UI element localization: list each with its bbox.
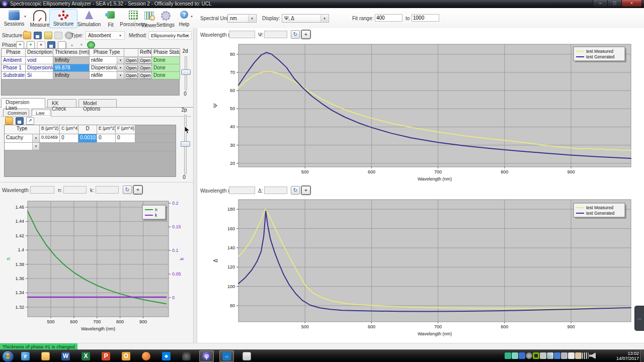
taskbar-dropbox[interactable]: ◆ bbox=[159, 350, 174, 362]
save-law-icon[interactable] bbox=[16, 117, 24, 125]
nk-chart[interactable]: 5006007008009001.461.441.421.41.381.361.… bbox=[0, 198, 194, 341]
help-button[interactable]: ? Help bbox=[175, 9, 194, 28]
title-bar[interactable]: φ Spectroscopic Ellipsometry Analyzer - … bbox=[0, 0, 644, 9]
structure-library-icon[interactable] bbox=[44, 32, 52, 39]
column-header[interactable]: E (µm^2) bbox=[97, 125, 116, 134]
app-tray-icon[interactable] bbox=[554, 352, 560, 359]
open-phase-button[interactable]: Open bbox=[125, 57, 138, 64]
chevron-down-icon[interactable]: ▼ bbox=[32, 143, 39, 150]
psi-wavelength-input[interactable] bbox=[229, 31, 255, 38]
taskbar-explorer[interactable] bbox=[38, 350, 53, 362]
taskbar-firefox[interactable] bbox=[139, 350, 153, 362]
nvidia-tray-icon[interactable] bbox=[533, 352, 539, 359]
column-header[interactable]: Phase Status bbox=[152, 49, 180, 57]
chevron-down-icon[interactable]: ▼ bbox=[184, 32, 191, 39]
law-c-cell[interactable]: 0 bbox=[60, 134, 78, 143]
open-phase-button[interactable]: Open bbox=[125, 72, 138, 79]
save-phase-icon[interactable] bbox=[47, 41, 55, 49]
sessions-button[interactable]: Sessions bbox=[1, 9, 27, 28]
flag-tray-icon[interactable] bbox=[568, 352, 575, 359]
law-type-select-empty[interactable]: ▼ bbox=[5, 143, 40, 150]
nk-wavelength-input[interactable] bbox=[30, 186, 54, 194]
taskbar-word[interactable]: W bbox=[58, 350, 73, 362]
refresh-nk-button[interactable]: ↻ bbox=[123, 186, 132, 194]
monitor-tray-icon[interactable] bbox=[561, 352, 568, 359]
column-header[interactable]: Type bbox=[5, 125, 40, 134]
spectral-unit-select[interactable]: nm▼ bbox=[227, 14, 257, 23]
chevron-down-icon[interactable]: ▼ bbox=[248, 15, 256, 22]
column-header[interactable]: F (µm^4) bbox=[116, 125, 135, 134]
panel-splitter[interactable] bbox=[193, 28, 197, 343]
open-refnk-button[interactable]: Open bbox=[139, 65, 152, 71]
pointer-tray-icon[interactable] bbox=[540, 352, 546, 359]
type-select[interactable]: Absorbent▼ bbox=[86, 31, 125, 40]
taskbar-sea-analyzer[interactable]: φ bbox=[199, 350, 214, 362]
column-header[interactable]: C (µm^4) bbox=[60, 125, 78, 134]
copy-phase-icon[interactable] bbox=[58, 41, 66, 49]
export-law-icon[interactable]: ↗ bbox=[26, 117, 34, 125]
help-dropdown-icon[interactable]: ▼ bbox=[190, 15, 193, 18]
close-button[interactable]: × bbox=[621, 0, 642, 7]
tab-model-options[interactable]: Model Options bbox=[78, 99, 117, 108]
open-refnk-button[interactable]: Open bbox=[139, 72, 152, 79]
fit-range-from-input[interactable] bbox=[375, 14, 403, 22]
open-law-icon[interactable] bbox=[5, 117, 13, 125]
thickness-cell[interactable]: Infinity bbox=[53, 57, 90, 64]
start-button[interactable] bbox=[2, 350, 14, 362]
add-phase-icon[interactable]: + bbox=[16, 41, 24, 49]
law-slider-thumb[interactable] bbox=[181, 141, 190, 147]
chevron-down-icon[interactable]: ▼ bbox=[320, 15, 328, 22]
simulation-button[interactable]: Simulation bbox=[73, 9, 105, 28]
teamviewer-side-tab[interactable]: ⇔ bbox=[634, 306, 644, 331]
phase-type-select[interactable]: Dispersionlaws▼ bbox=[90, 64, 124, 72]
taskbar-internet-explorer[interactable]: e bbox=[18, 350, 33, 362]
k-value-input[interactable] bbox=[96, 186, 119, 194]
phase-description-cell[interactable]: Si bbox=[26, 72, 53, 79]
display-select[interactable]: Ψ, Δ▼ bbox=[282, 14, 329, 23]
law-e-cell[interactable]: 0 bbox=[97, 134, 116, 143]
column-header[interactable]: Phase Type bbox=[90, 49, 124, 57]
status-tray-icon[interactable] bbox=[526, 352, 532, 359]
open-structure-icon[interactable] bbox=[23, 32, 31, 39]
add-nk-marker-button[interactable]: + bbox=[133, 186, 142, 194]
taskbar-teamviewer[interactable]: ⇔ bbox=[219, 350, 234, 362]
show-desktop-button[interactable] bbox=[640, 350, 644, 362]
taskbar-clock[interactable]: 13:02 14/07/2017 bbox=[604, 351, 639, 361]
law-f-cell[interactable]: 0 bbox=[116, 134, 135, 143]
delta-value-input[interactable] bbox=[264, 187, 287, 194]
phase-key-icon[interactable] bbox=[87, 41, 95, 49]
add-psi-marker-button[interactable]: + bbox=[301, 30, 310, 39]
signal-tray-icon[interactable] bbox=[582, 352, 589, 359]
insert-phase-icon[interactable]: + bbox=[27, 41, 35, 49]
phase-description-cell[interactable]: void bbox=[26, 57, 53, 64]
maximize-button[interactable]: □ bbox=[607, 0, 622, 7]
fit-range-to-input[interactable] bbox=[412, 14, 439, 22]
phase-slider-thumb[interactable] bbox=[181, 69, 191, 75]
chevron-down-icon[interactable]: ▼ bbox=[32, 134, 39, 142]
column-header[interactable]: Thickness (nm) bbox=[53, 49, 90, 57]
refresh-delta-button[interactable]: ↻ bbox=[291, 186, 300, 195]
taskbar-notes-app[interactable] bbox=[239, 350, 254, 362]
chevron-down-icon[interactable]: ▼ bbox=[117, 72, 124, 79]
phase-type-select[interactable]: nkfile▼ bbox=[90, 57, 124, 64]
taskbar-outlook[interactable]: O bbox=[119, 350, 133, 362]
law-b-cell[interactable]: 0.02469 bbox=[40, 134, 60, 143]
bluetooth-tray-icon[interactable] bbox=[519, 352, 525, 359]
column-header[interactable] bbox=[124, 49, 138, 57]
delete-phase-icon[interactable]: × bbox=[37, 41, 45, 49]
psi-value-input[interactable] bbox=[264, 31, 287, 38]
delta-chart[interactable]: 50060070080090018016014012010080ΔWavelen… bbox=[197, 196, 644, 343]
tab-dispersion-laws[interactable]: Dispersion Laws bbox=[1, 98, 45, 108]
method-select[interactable]: Ellipsometry Reflectance▼ bbox=[148, 31, 192, 40]
sync-tray-icon[interactable] bbox=[512, 352, 518, 359]
delta-wavelength-input[interactable] bbox=[229, 187, 255, 194]
column-header[interactable]: D bbox=[78, 125, 97, 134]
column-header[interactable]: RefNK bbox=[138, 49, 152, 57]
psi-chart[interactable]: 50060070080090080706050403020ΨWavelength… bbox=[197, 40, 644, 186]
tab-kk-check[interactable]: KK Check bbox=[47, 99, 76, 108]
taskbar-powerpoint[interactable]: P bbox=[99, 350, 113, 362]
open-phase-button[interactable]: Open bbox=[125, 65, 138, 71]
taskbar-photo-app[interactable] bbox=[179, 350, 194, 362]
refresh-psi-button[interactable]: ↻ bbox=[291, 30, 300, 39]
chevron-down-icon[interactable]: ▼ bbox=[117, 64, 124, 71]
